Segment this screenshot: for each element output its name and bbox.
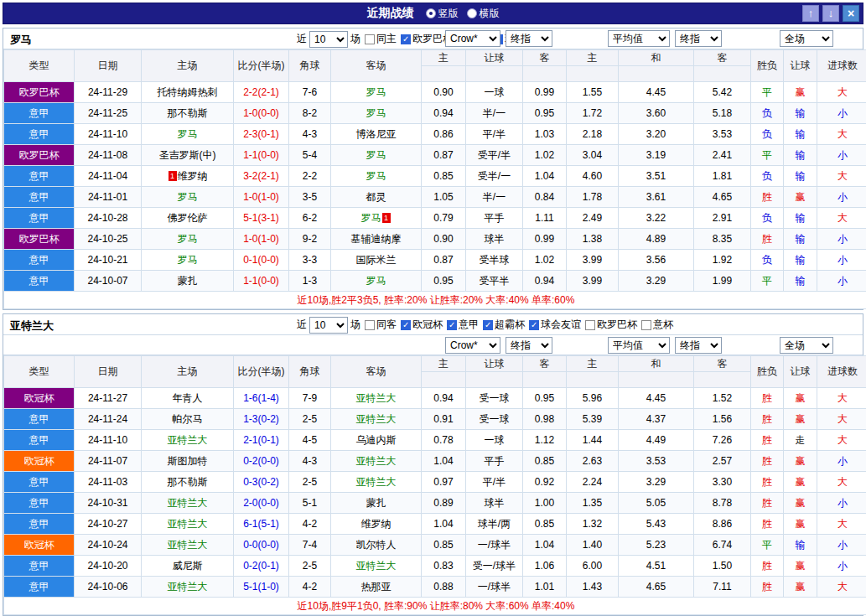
average-odds-select[interactable]: 平均值 — [608, 337, 670, 354]
filter-checkbox-input[interactable] — [401, 320, 411, 330]
team-name-text[interactable]: 年青人 — [173, 392, 203, 404]
filter-checkbox-input[interactable] — [401, 34, 411, 44]
team-name-text[interactable]: 亚特兰大 — [168, 581, 208, 593]
filter-checkbox-input[interactable] — [529, 320, 539, 330]
filter-checkbox-input[interactable] — [641, 320, 651, 330]
corners: 1-3 — [289, 271, 331, 292]
team-name-text[interactable]: 亚特兰大 — [356, 413, 397, 425]
goals-result-cell: 小 — [817, 271, 866, 292]
avg-home-odds: 6.00 — [567, 556, 619, 577]
filter-checkbox-input[interactable] — [365, 34, 375, 44]
team-name-text[interactable]: 帕尔马 — [173, 413, 203, 425]
layout-radio-input[interactable] — [426, 8, 436, 18]
team-name-text[interactable]: 罗马 — [178, 233, 198, 245]
team-name-text[interactable]: 亚特兰大 — [168, 539, 208, 551]
close-button[interactable]: × — [843, 5, 859, 22]
away-team: 罗马 — [331, 82, 422, 103]
team-name-text[interactable]: 基辅迪纳摩 — [351, 233, 402, 245]
team-name-text[interactable]: 亚特兰大 — [356, 560, 397, 572]
filter-checkbox-input[interactable] — [447, 320, 457, 330]
team-name-text[interactable]: 维罗纳 — [361, 518, 392, 530]
team-name-text[interactable]: 斯图加特 — [168, 455, 208, 467]
team-name-text[interactable]: 那不勒斯 — [168, 476, 208, 488]
scope-select[interactable]: 全场 — [780, 337, 833, 354]
scope-select[interactable]: 全场 — [780, 30, 833, 47]
team-name-text[interactable]: 凯尔特人 — [356, 539, 397, 551]
scroll-down-button[interactable]: ↓ — [822, 5, 839, 22]
bookmaker-select[interactable]: Crow* — [445, 30, 500, 47]
team-name-text[interactable]: 罗马 — [361, 212, 381, 224]
team-name-text[interactable]: 亚特兰大 — [356, 392, 397, 404]
team-name-text[interactable]: 亚特兰大 — [356, 476, 397, 488]
final-odds-select[interactable]: 终指 — [506, 337, 552, 354]
col-type: 类型 — [4, 356, 75, 388]
avg-away-odds: 7.11 — [694, 577, 751, 598]
avg-draw-odds: 5.43 — [619, 514, 694, 535]
crown-away-odds: 0.94 — [523, 271, 567, 292]
final-odds-select-2[interactable]: 终指 — [675, 337, 722, 354]
score: 1-0(1-0) — [234, 187, 289, 208]
layout-radio-横版[interactable]: 横版 — [467, 7, 500, 21]
score: 5-1(1-0) — [234, 577, 289, 598]
team-name-text[interactable]: 蒙扎 — [178, 275, 198, 287]
team-name-text[interactable]: 那不勒斯 — [168, 107, 208, 119]
team-name-text[interactable]: 罗马 — [366, 170, 386, 182]
filter-checkbox-input[interactable] — [365, 320, 375, 330]
team-name-text[interactable]: 罗马 — [366, 149, 386, 161]
match-count-select[interactable]: 10 — [309, 31, 348, 48]
team-name-text[interactable]: 罗马 — [178, 128, 198, 140]
window: 近期战绩 竖版横版 ↑ ↓ × 罗马 近 10 场 同主欧罗巴杯意甲球会友谊 C… — [3, 3, 863, 616]
team-name-text[interactable]: 亚特兰大 — [168, 497, 208, 509]
team-name-text[interactable]: 托特纳姆热刺 — [158, 86, 218, 98]
filter-checkbox-欧冠杯[interactable]: 欧冠杯 — [401, 318, 443, 332]
match-count-select[interactable]: 10 — [309, 317, 348, 334]
average-odds-select[interactable]: 平均值 — [608, 30, 670, 47]
recent-label-prefix: 近 — [297, 318, 307, 332]
handicap-result-cell: 输 — [784, 208, 817, 229]
team-name-text[interactable]: 博洛尼亚 — [356, 128, 397, 140]
filter-checkbox-球会友谊[interactable]: 球会友谊 — [529, 318, 581, 332]
layout-radio-竖版[interactable]: 竖版 — [426, 7, 459, 21]
team-name-text[interactable]: 罗马 — [366, 86, 386, 98]
final-odds-select-2[interactable]: 终指 — [675, 30, 722, 47]
filter-checkbox-同客[interactable]: 同客 — [365, 318, 397, 332]
team-name-text[interactable]: 亚特兰大 — [168, 518, 208, 530]
team-name-text[interactable]: 亚特兰大 — [168, 434, 208, 446]
avg-home-odds: 1.38 — [567, 229, 619, 250]
team-name-text[interactable]: 佛罗伦萨 — [168, 212, 208, 224]
team-name-text[interactable]: 乌迪内斯 — [356, 434, 397, 446]
team-name-text[interactable]: 国际米兰 — [356, 254, 397, 266]
team-name-text[interactable]: 维罗纳 — [178, 170, 208, 182]
home-team: 罗马 — [142, 124, 234, 145]
filter-checkbox-input[interactable] — [585, 320, 595, 330]
filter-checkbox-意杯[interactable]: 意杯 — [641, 318, 673, 332]
filter-checkbox-超霸杯[interactable]: 超霸杯 — [483, 318, 525, 332]
competition-badge: 意甲 — [4, 208, 75, 229]
team-name-text[interactable]: 都灵 — [366, 191, 386, 203]
team-name-text[interactable]: 热那亚 — [361, 581, 392, 593]
team-name-text[interactable]: 亚特兰大 — [356, 455, 397, 467]
filter-checkbox-同主[interactable]: 同主 — [365, 32, 397, 46]
team-name-text[interactable]: 罗马 — [366, 275, 386, 287]
team-name-text[interactable]: 蒙扎 — [366, 497, 386, 509]
filter-checkbox-input[interactable] — [483, 320, 493, 330]
team-name-text[interactable]: 罗马 — [366, 107, 386, 119]
home-team: 罗马 — [142, 250, 234, 271]
filter-checkbox-意甲[interactable]: 意甲 — [447, 318, 479, 332]
avg-home-odds: 5.96 — [567, 388, 619, 409]
avg-draw-odds: 5.23 — [619, 535, 694, 556]
goals-result-cell: 大 — [817, 514, 866, 535]
filter-checkbox-欧罗巴杯[interactable]: 欧罗巴杯 — [585, 318, 637, 332]
handicap-result-cell: 输 — [784, 124, 817, 145]
team-title: 罗马 — [10, 33, 32, 48]
final-odds-select[interactable]: 终指 — [506, 30, 552, 47]
layout-radio-input[interactable] — [467, 8, 477, 18]
team-name-text[interactable]: 罗马 — [178, 191, 198, 203]
team-name-text[interactable]: 威尼斯 — [173, 560, 203, 572]
scroll-up-button[interactable]: ↑ — [802, 5, 819, 22]
match-row: 欧冠杯24-10-24亚特兰大0-0(0-0)7-4凯尔特人0.85一/球半1.… — [4, 535, 866, 556]
team-name-text[interactable]: 圣吉罗斯(中) — [159, 149, 216, 161]
goals-result-cell: 小 — [817, 103, 866, 124]
bookmaker-select[interactable]: Crow* — [445, 337, 500, 354]
team-name-text[interactable]: 罗马 — [178, 254, 198, 266]
